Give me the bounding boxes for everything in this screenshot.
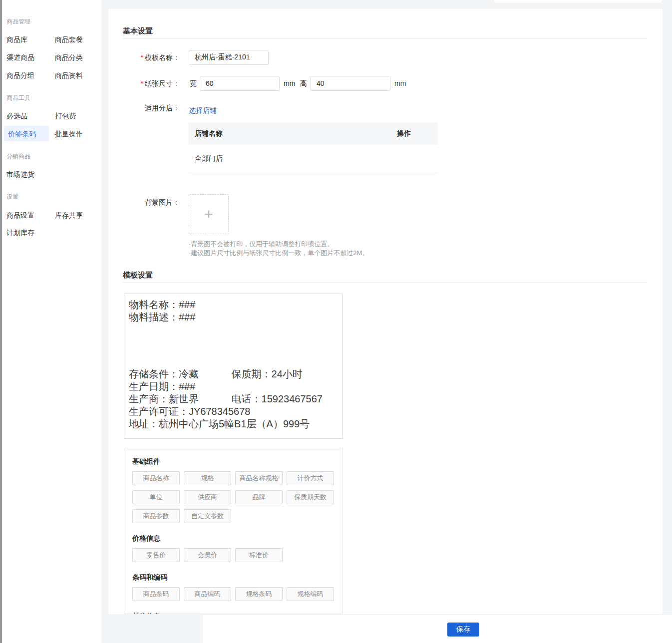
content-area: 基本设置 *模板名称： *纸张尺寸： 宽 mm 高 mm 适用分店： 选择店铺 … <box>101 0 672 643</box>
sidebar-item-price-tag-barcode[interactable]: 价签条码 <box>4 126 49 141</box>
required-asterisk: * <box>141 79 143 87</box>
sidebar-item-goods-group[interactable]: 商品分组 <box>6 71 34 79</box>
basic-settings-title: 基本设置 <box>123 26 153 35</box>
group-title-basic-components: 基础组件 <box>132 456 334 466</box>
sidebar-item-channel-goods[interactable]: 渠道商品 <box>6 53 34 61</box>
component-button-goods-code[interactable]: 商品编码 <box>184 587 231 601</box>
header-fragment <box>494 0 662 2</box>
group-title-price-info: 价格信息 <box>132 533 334 543</box>
sidebar-item-goods-combo[interactable]: 商品套餐 <box>55 35 83 43</box>
sidebar-item-goods-library[interactable]: 商品库 <box>6 35 27 43</box>
basic-components-grid: 商品名称 规格 商品名称规格 计价方式 单位 供应商 品牌 保质期天数 商品参数… <box>132 471 335 523</box>
component-button-goods-barcode[interactable]: 商品条码 <box>132 587 180 601</box>
component-button-unit[interactable]: 单位 <box>132 490 180 504</box>
preview-detail-block[interactable]: 存储条件：冷藏 保质期：24小时生产日期：###生产商：新世界 电话：15923… <box>129 368 323 430</box>
sidebar-section-goods-tools: 商品工具 <box>6 94 30 101</box>
preview-material-block[interactable]: 物料名称：###物料描述：### <box>129 299 195 323</box>
component-button-goods-params[interactable]: 商品参数 <box>132 509 180 523</box>
sidebar-item-required-goods[interactable]: 必选品 <box>6 112 27 120</box>
save-button[interactable]: 保存 <box>447 623 479 637</box>
bg-image-tips: ·背景图不会被打印，仅用于辅助调整打印项位置。 ·建议图片尺寸比例与纸张尺寸比例… <box>189 240 368 258</box>
component-button-spec-code[interactable]: 规格编码 <box>287 587 334 601</box>
height-input[interactable] <box>311 76 390 91</box>
plus-icon: + <box>189 195 228 234</box>
component-button-spec-barcode[interactable]: 规格条码 <box>235 587 283 601</box>
component-button-standard-price[interactable]: 标准价 <box>235 548 283 562</box>
bg-image-tip-line: ·背景图不会被打印，仅用于辅助调整打印项位置。 <box>189 240 368 249</box>
component-button-brand[interactable]: 品牌 <box>235 490 283 504</box>
sidebar-item-goods-settings[interactable]: 商品设置 <box>6 211 34 219</box>
component-button-spec[interactable]: 规格 <box>184 471 231 485</box>
bottom-action-bar: 保存 <box>203 614 672 643</box>
width-input[interactable] <box>200 76 280 91</box>
group-title-barcode-codes: 条码和编码 <box>132 572 334 582</box>
store-name-header: 店铺名称 <box>188 129 397 138</box>
store-table-header: 店铺名称 操作 <box>188 122 438 145</box>
component-button-member-price[interactable]: 会员价 <box>184 548 231 562</box>
template-settings-title: 模板设置 <box>123 271 153 280</box>
template-name-input[interactable] <box>189 50 269 65</box>
sidebar-item-goods-info[interactable]: 商品资料 <box>55 71 83 79</box>
divider <box>123 282 648 283</box>
height-label: 高 <box>300 76 307 91</box>
component-button-supplier[interactable]: 供应商 <box>184 490 231 504</box>
component-button-custom-params[interactable]: 自定义参数 <box>184 509 231 523</box>
template-name-label: *模板名称： <box>108 50 180 65</box>
select-store-link[interactable]: 选择店铺 <box>189 105 217 115</box>
bg-image-label: 背景图片： <box>108 197 180 207</box>
stores-label: 适用分店： <box>108 103 180 113</box>
sidebar-item-price-tag-barcode-label: 价签条码 <box>8 130 36 138</box>
component-panel: 基础组件 商品名称 规格 商品名称规格 计价方式 单位 供应商 品牌 保质期天数… <box>124 448 342 614</box>
sidebar-item-planned-inventory[interactable]: 计划库存 <box>6 229 34 237</box>
bg-image-upload[interactable]: + <box>189 194 229 234</box>
paper-size-label: *纸张尺寸： <box>108 76 180 91</box>
component-button-retail-price[interactable]: 零售价 <box>132 548 180 562</box>
action-header: 操作 <box>397 129 438 138</box>
page: 商品管理 商品库 商品套餐 渠道商品 商品分类 商品分组 商品资料 商品工具 必… <box>0 0 672 643</box>
settings-card: 基本设置 *模板名称： *纸张尺寸： 宽 mm 高 mm 适用分店： 选择店铺 … <box>108 9 663 614</box>
width-label: 宽 <box>190 76 197 91</box>
sidebar-section-goods-management: 商品管理 <box>6 18 30 25</box>
sidebar-item-batch-operations[interactable]: 批量操作 <box>55 130 83 138</box>
sidebar-section-settings: 设置 <box>6 193 18 200</box>
bg-image-tip-line: ·建议图片尺寸比例与纸张尺寸比例一致，单个图片不超过2M。 <box>189 249 368 258</box>
divider <box>123 38 648 39</box>
sidebar-section-distribution-goods: 分销商品 <box>6 153 30 160</box>
sidebar-item-inventory-sharing[interactable]: 库存共享 <box>55 211 83 219</box>
price-info-grid: 零售价 会员价 标准价 <box>132 548 335 562</box>
height-unit: mm <box>394 76 406 91</box>
table-row: 全部门店 <box>188 145 438 173</box>
width-unit: mm <box>284 76 295 91</box>
sidebar: 商品管理 商品库 商品套餐 渠道商品 商品分类 商品分组 商品资料 商品工具 必… <box>1 0 101 643</box>
store-name-cell: 全部门店 <box>188 154 397 163</box>
store-table: 店铺名称 操作 全部门店 <box>188 122 438 173</box>
component-button-shelf-life-days[interactable]: 保质期天数 <box>287 490 334 504</box>
sidebar-item-market-selection[interactable]: 市场选货 <box>6 170 34 178</box>
sidebar-item-goods-category[interactable]: 商品分类 <box>55 53 83 61</box>
component-button-goods-name-spec[interactable]: 商品名称规格 <box>235 471 283 485</box>
sidebar-item-packing-fee[interactable]: 打包费 <box>55 112 76 120</box>
required-asterisk: * <box>141 53 143 61</box>
component-button-goods-name[interactable]: 商品名称 <box>132 471 180 485</box>
component-button-pricing-method[interactable]: 计价方式 <box>287 471 334 485</box>
barcode-codes-grid: 商品条码 商品编码 规格条码 规格编码 <box>132 587 335 601</box>
label-preview-canvas: 物料名称：###物料描述：### 存储条件：冷藏 保质期：24小时生产日期：##… <box>124 294 342 439</box>
